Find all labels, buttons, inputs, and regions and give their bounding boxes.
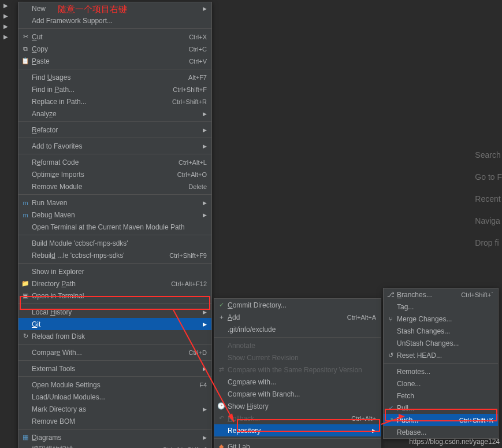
separator xyxy=(18,376,211,377)
separator xyxy=(18,194,211,195)
menu-optimize[interactable]: Optimize ImportsCtrl+Alt+O xyxy=(18,168,211,180)
context-menu: New▶ Add Framework Support... ✂CutCtrl+X… xyxy=(18,2,212,448)
menu-reformat[interactable]: Reformat CodeCtrl+Alt+L xyxy=(18,156,211,168)
separator xyxy=(384,363,498,364)
folder-icon: 📁 xyxy=(20,280,31,287)
menu-branches[interactable]: ⎇Branches...Ctrl+Shift+` xyxy=(384,288,498,301)
separator xyxy=(18,69,211,69)
menu-run-maven[interactable]: mRun Maven▶ xyxy=(18,197,211,209)
menu-paste[interactable]: 📋PasteCtrl+V xyxy=(18,55,211,67)
menu-stash[interactable]: Stash Changes... xyxy=(384,325,498,337)
menu-copy[interactable]: ⧉CopyCtrl+C xyxy=(18,43,211,55)
menu-show-explorer[interactable]: Show in Explorer xyxy=(18,265,211,277)
menu-tag[interactable]: Tag... xyxy=(384,301,498,313)
separator xyxy=(18,235,211,235)
menu-remotes[interactable]: Remotes... xyxy=(384,365,498,377)
menu-find-usages[interactable]: Find UsagesAlt+F7 xyxy=(18,71,211,83)
menu-show-history[interactable]: 🕑Show History xyxy=(214,400,381,412)
menu-compare[interactable]: Compare With...Ctrl+D xyxy=(18,346,211,358)
menu-exclude[interactable]: .git/info/exclude xyxy=(214,323,381,335)
menu-reload-disk[interactable]: ↻Reload from Disk xyxy=(18,330,211,342)
menu-cut[interactable]: ✂CutCtrl+X xyxy=(18,31,211,43)
reload-icon: ↻ xyxy=(20,332,31,340)
tree-arrow[interactable]: ▶ xyxy=(1,34,17,44)
menu-module-settings[interactable]: Open Module SettingsF4 xyxy=(18,379,211,391)
menu-local-history[interactable]: Local History▶ xyxy=(18,306,211,318)
terminal-icon: ▣ xyxy=(20,292,31,299)
separator xyxy=(18,360,211,361)
separator xyxy=(214,438,381,439)
menu-rollback: ↶Rollback...Ctrl+Alt+ xyxy=(214,412,381,424)
menu-repository[interactable]: Repository▶ xyxy=(214,424,381,436)
watermark: https://blog.csdn.net/yage124 xyxy=(409,438,500,446)
diff-icon: ⇄ xyxy=(216,366,226,373)
menu-framework[interactable]: Add Framework Support... xyxy=(18,14,211,27)
git-submenu: ✓Commit Directory... ＋AddCtrl+Alt+A .git… xyxy=(214,298,381,448)
menu-open-terminal-maven[interactable]: Open Terminal at the Current Maven Modul… xyxy=(18,221,211,233)
menu-remove-module[interactable]: Remove ModuleDelete xyxy=(18,180,211,192)
separator xyxy=(18,303,211,304)
menu-find-in-path[interactable]: Find in Path...Ctrl+Shift+F xyxy=(18,83,211,95)
branch-icon: ⎇ xyxy=(385,291,396,298)
push-icon: ↗ xyxy=(385,416,396,424)
menu-compare-same: ⇄Compare with the Same Repository Versio… xyxy=(214,364,381,376)
separator xyxy=(18,154,211,154)
paste-icon: 📋 xyxy=(20,57,31,65)
tree-arrow[interactable]: ▶ xyxy=(1,2,17,13)
background-hints: Search Go to F Recent Naviga Drop fi xyxy=(475,150,502,260)
annotation-text: 随意一个项目右键 xyxy=(58,4,127,15)
commit-icon: ✓ xyxy=(216,301,226,309)
menu-clone[interactable]: Clone... xyxy=(384,377,498,390)
tree-arrow[interactable]: ▶ xyxy=(1,13,17,23)
menu-analyze[interactable]: Analyze▶ xyxy=(18,108,211,120)
maven-icon: m xyxy=(20,199,31,206)
gitlab-icon: ◆ xyxy=(216,443,226,448)
separator xyxy=(18,263,211,264)
add-icon: ＋ xyxy=(216,313,226,321)
history-icon: 🕑 xyxy=(216,402,226,410)
menu-merge[interactable]: ⑂Merge Changes... xyxy=(384,313,498,325)
menu-annotate: Annotate xyxy=(214,339,381,351)
separator xyxy=(18,121,211,122)
repository-submenu: ⎇Branches...Ctrl+Shift+` Tag... ⑂Merge C… xyxy=(383,288,499,439)
menu-rebase[interactable]: Rebase... xyxy=(384,426,498,438)
menu-compare-branch[interactable]: Compare with Branch... xyxy=(214,388,381,400)
menu-fetch[interactable]: Fetch xyxy=(384,390,498,402)
rollback-icon: ↶ xyxy=(216,414,226,422)
menu-build-module[interactable]: Build Module 'ccbscf-mps-sdks' xyxy=(18,237,211,249)
pull-icon: ↙ xyxy=(385,404,396,412)
menu-favorites[interactable]: Add to Favorites▶ xyxy=(18,140,211,152)
menu-reset[interactable]: ↺Reset HEAD... xyxy=(384,349,498,361)
tree-arrow[interactable]: ▶ xyxy=(1,23,17,34)
menu-refactor[interactable]: Refactor▶ xyxy=(18,124,211,136)
menu-mark-directory[interactable]: Mark Directory as▶ xyxy=(18,403,211,415)
separator xyxy=(18,344,211,345)
menu-show-current: Show Current Revision xyxy=(214,351,381,364)
reset-icon: ↺ xyxy=(385,351,396,359)
cut-icon: ✂ xyxy=(20,33,31,40)
menu-gitlab[interactable]: ◆Git Lab xyxy=(214,440,381,448)
menu-replace-in-path[interactable]: Replace in Path...Ctrl+Shift+R xyxy=(18,95,211,108)
separator xyxy=(18,28,211,29)
menu-directory-path[interactable]: 📁Directory PathCtrl+Alt+F12 xyxy=(18,277,211,290)
menu-commit[interactable]: ✓Commit Directory... xyxy=(214,299,381,311)
menu-git[interactable]: Git▶ xyxy=(18,318,211,330)
menu-external-tools[interactable]: External Tools▶ xyxy=(18,362,211,375)
menu-debug-maven[interactable]: mDebug Maven▶ xyxy=(18,209,211,221)
menu-unstash[interactable]: UnStash Changes... xyxy=(384,337,498,349)
menu-open-terminal[interactable]: ▣Open in Terminal xyxy=(18,290,211,302)
separator xyxy=(214,337,381,338)
scan-icon: 〰 xyxy=(20,446,31,449)
menu-push[interactable]: ↗Push...Ctrl+Shift+K xyxy=(384,414,498,426)
menu-pull[interactable]: ↙Pull... xyxy=(384,402,498,414)
menu-add[interactable]: ＋AddCtrl+Alt+A xyxy=(214,311,381,323)
separator xyxy=(18,138,211,138)
menu-rebuild[interactable]: Rebuild ...le 'ccbscf-mps-sdks'Ctrl+Shif… xyxy=(18,249,211,261)
copy-icon: ⧉ xyxy=(20,45,31,53)
menu-diagrams[interactable]: ▦Diagrams▶ xyxy=(18,431,211,443)
menu-compare-with[interactable]: Compare with... xyxy=(214,376,381,388)
menu-load-unload[interactable]: Load/Unload Modules... xyxy=(18,391,211,403)
menu-encoding-scan[interactable]: 〰编码规约扫描Ctrl+Alt+Shift+J xyxy=(18,443,211,448)
menu-remove-bom[interactable]: Remove BOM xyxy=(18,415,211,427)
separator xyxy=(18,429,211,430)
